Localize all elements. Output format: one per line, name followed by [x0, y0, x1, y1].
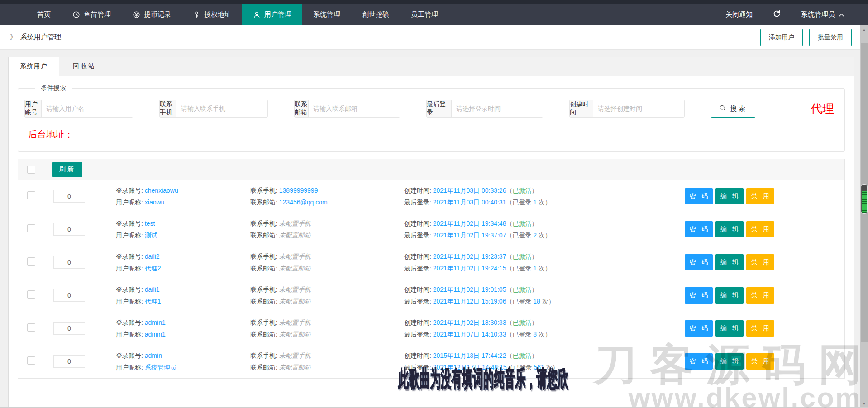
sort-input[interactable]	[53, 223, 85, 236]
tab-strip: 系统用户 回收站	[9, 57, 854, 76]
password-button[interactable]: 密 码	[685, 320, 713, 337]
top-navbar: 首页 鱼苗管理 提币记录 授权地址	[0, 4, 868, 25]
disable-button[interactable]: 禁 用	[746, 320, 774, 337]
row-checkbox[interactable]	[27, 290, 35, 299]
row-checkbox[interactable]	[27, 224, 35, 232]
field-email: 联系邮箱	[294, 100, 400, 118]
status-badge: 已激活	[512, 253, 531, 260]
table-row: 登录账号: admin 用户昵称: 系统管理员 联系手机: 未配置手机 联系邮箱…	[18, 345, 844, 378]
nav-item-staff-management[interactable]: 员工管理	[400, 4, 449, 25]
row-actions: 密 码 编 辑 禁 用	[667, 353, 844, 370]
edit-button[interactable]: 编 辑	[715, 188, 744, 204]
disable-button[interactable]: 禁 用	[746, 353, 774, 370]
page-title: 系统用户管理	[20, 33, 61, 42]
sort-input[interactable]	[53, 322, 85, 335]
account-link[interactable]: admin1	[145, 319, 166, 326]
row-checkbox[interactable]	[27, 323, 35, 332]
edit-button[interactable]: 编 辑	[715, 320, 744, 337]
select-all-checkbox[interactable]	[27, 166, 35, 174]
search-panel-legend: 条件搜索	[35, 84, 72, 92]
account-link[interactable]: test	[145, 220, 155, 227]
user-menu[interactable]: 系统管理员	[801, 10, 844, 19]
nickname-link[interactable]: xiaowu	[145, 199, 165, 206]
password-button[interactable]: 密 码	[685, 353, 713, 370]
nav-item-authorized-address[interactable]: 授权地址	[182, 4, 242, 25]
edit-button[interactable]: 编 辑	[715, 287, 744, 304]
username-input[interactable]	[42, 100, 133, 117]
password-button[interactable]: 密 码	[685, 188, 713, 204]
tab-recycle-bin[interactable]: 回收站	[59, 57, 110, 76]
last-login-value: 2021年11月12日 15:19:06	[433, 298, 506, 305]
refresh-button[interactable]: 刷新	[52, 162, 82, 177]
edit-button[interactable]: 编 辑	[715, 221, 744, 237]
nickname-link[interactable]: 代理2	[145, 265, 161, 272]
field-phone: 联系手机	[159, 100, 268, 118]
phone-value: 未配置手机	[279, 220, 311, 227]
password-button[interactable]: 密 码	[685, 287, 713, 304]
edit-button[interactable]: 编 辑	[715, 353, 744, 370]
refresh-icon[interactable]	[773, 9, 781, 19]
batch-disable-button[interactable]: 批量禁用	[809, 29, 852, 46]
row-actions: 密 码 编 辑 禁 用	[667, 287, 844, 304]
scroll-up-icon[interactable]: ▲	[860, 26, 868, 33]
account-cell: 登录账号: admin 用户昵称: 系统管理员	[112, 351, 250, 372]
created-value: 2021年11月02日 18:30:33	[433, 319, 506, 326]
disable-button[interactable]: 禁 用	[746, 221, 774, 237]
row-checkbox[interactable]	[27, 257, 35, 266]
close-notice-link[interactable]: 关闭通知	[725, 10, 753, 19]
sort-input[interactable]	[53, 190, 85, 203]
nickname-link[interactable]: admin1	[145, 331, 166, 338]
email-value: 123456@qq.com	[279, 199, 328, 206]
disable-button[interactable]: 禁 用	[746, 188, 774, 204]
password-button[interactable]: 密 码	[685, 221, 713, 237]
phone-input[interactable]	[176, 100, 267, 117]
sort-input[interactable]	[53, 256, 85, 269]
add-user-button[interactable]: 添加用户	[760, 29, 803, 46]
row-checkbox[interactable]	[27, 191, 35, 199]
tab-system-users[interactable]: 系统用户	[9, 57, 59, 76]
yen-coin-icon	[133, 11, 140, 19]
scroll-down-icon[interactable]: ▼	[860, 400, 868, 407]
login-count: 8	[533, 331, 537, 338]
nav-item-genesis-mining[interactable]: 創世挖礦	[351, 4, 400, 25]
last-login-input[interactable]	[452, 100, 543, 117]
account-link[interactable]: daili2	[145, 253, 160, 260]
search-button[interactable]: 搜索	[711, 100, 755, 118]
table-row: 登录账号: test 用户昵称: 测试 联系手机: 未配置手机 联系邮箱: 未配…	[18, 213, 844, 246]
password-button[interactable]: 密 码	[685, 254, 713, 270]
vertical-scrollbar[interactable]: ▲ ▼	[860, 25, 868, 408]
nickname-link[interactable]: 测试	[145, 232, 157, 239]
clock-icon	[72, 11, 80, 19]
sort-input[interactable]	[53, 289, 85, 302]
nav-item-withdraw-records[interactable]: 提币记录	[122, 4, 182, 25]
edit-button[interactable]: 编 辑	[715, 254, 744, 270]
nav-item-fry-management[interactable]: 鱼苗管理	[62, 4, 122, 25]
disable-button[interactable]: 禁 用	[746, 287, 774, 304]
created-time-input[interactable]	[593, 100, 684, 117]
nav-item-user-management[interactable]: 用户管理	[242, 4, 302, 25]
backend-address-input[interactable]	[77, 128, 305, 141]
table-row: 登录账号: chenxiaowu 用户昵称: xiaowu 联系手机: 1389…	[18, 180, 844, 213]
email-input[interactable]	[309, 100, 400, 117]
account-cell: 登录账号: admin1 用户昵称: admin1	[112, 318, 250, 339]
email-value: 未配置邮箱	[279, 331, 311, 338]
contact-cell: 联系手机: 未配置手机 联系邮箱: 未配置邮箱	[250, 218, 404, 240]
breadcrumb-arrow-icon: 》	[10, 33, 17, 42]
phone-value: 未配置手机	[279, 352, 311, 359]
email-value: 未配置邮箱	[279, 265, 311, 272]
sort-input[interactable]	[53, 355, 85, 368]
account-link[interactable]: daili1	[145, 286, 160, 293]
account-link[interactable]: chenxiaowu	[145, 187, 178, 194]
row-checkbox[interactable]	[27, 356, 35, 365]
time-cell: 创建时间: 2021年11月02日 19:01:05（已激活） 最后登录: 20…	[404, 285, 667, 306]
account-link[interactable]: admin	[145, 352, 162, 359]
user-icon	[253, 11, 261, 19]
nav-item-system-management[interactable]: 系统管理	[302, 4, 351, 25]
nav-item-home[interactable]: 首页	[26, 4, 62, 25]
contact-cell: 联系手机: 13899999999 联系邮箱: 123456@qq.com	[250, 185, 404, 207]
email-value: 未配置邮箱	[279, 232, 311, 239]
user-table: 刷新 登录账号: chenxiaowu 用户昵称: xiaowu 联系手机: 1…	[18, 159, 845, 379]
nickname-link[interactable]: 代理1	[145, 298, 161, 305]
nickname-link[interactable]: 系统管理员	[145, 364, 176, 371]
disable-button[interactable]: 禁 用	[746, 254, 774, 270]
